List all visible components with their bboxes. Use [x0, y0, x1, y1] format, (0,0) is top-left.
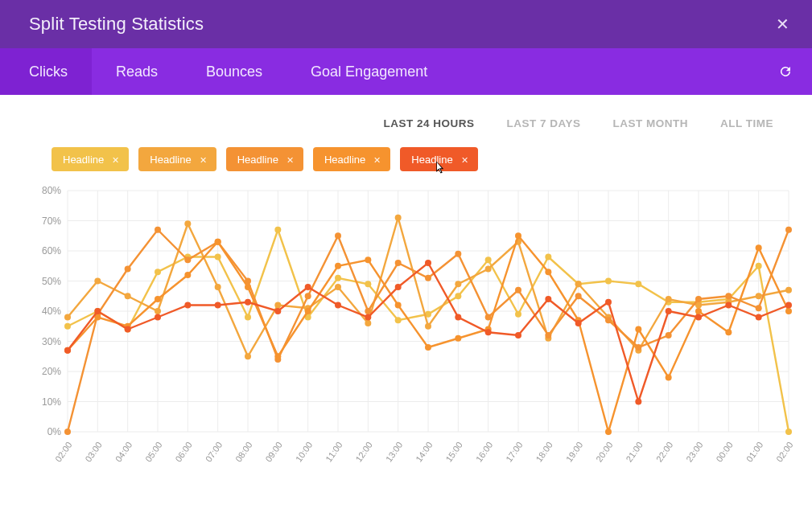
- svg-point-130: [425, 275, 431, 281]
- svg-point-121: [155, 227, 161, 233]
- svg-text:03:00: 03:00: [83, 440, 104, 463]
- svg-point-154: [395, 302, 402, 309]
- range-24h[interactable]: LAST 24 HOURS: [383, 117, 474, 129]
- svg-point-155: [425, 344, 431, 351]
- svg-point-153: [365, 256, 371, 263]
- refresh-icon: [778, 64, 793, 79]
- svg-point-127: [335, 232, 341, 239]
- svg-point-180: [425, 260, 431, 266]
- svg-point-139: [695, 296, 702, 302]
- svg-point-136: [605, 317, 612, 323]
- svg-point-177: [335, 302, 341, 309]
- svg-point-181: [455, 314, 461, 321]
- svg-point-94: [94, 278, 101, 285]
- app-window: Split Testing Statistics ✕ Clicks Reads …: [0, 0, 812, 517]
- remove-icon[interactable]: [200, 153, 207, 166]
- svg-point-137: [635, 344, 641, 351]
- svg-point-173: [215, 302, 221, 309]
- svg-text:04:00: 04:00: [113, 440, 134, 463]
- svg-point-126: [305, 293, 311, 299]
- svg-text:01:00: 01:00: [744, 440, 765, 463]
- remove-icon[interactable]: [461, 153, 468, 166]
- svg-point-135: [575, 293, 582, 299]
- close-icon[interactable]: ✕: [773, 10, 793, 39]
- svg-point-185: [575, 320, 582, 326]
- svg-point-79: [395, 317, 402, 323]
- svg-text:23:00: 23:00: [684, 440, 705, 463]
- svg-point-84: [545, 254, 551, 261]
- chart: 0%10%20%30%40%50%60%70%80%02:0003:0004:0…: [19, 186, 793, 475]
- svg-text:11:00: 11:00: [324, 440, 344, 463]
- legend-chip[interactable]: Headline: [313, 147, 390, 171]
- svg-point-138: [666, 332, 672, 339]
- legend-chip-label: Headline: [411, 154, 452, 166]
- svg-point-77: [335, 275, 341, 281]
- svg-point-81: [455, 293, 461, 299]
- svg-point-98: [215, 284, 221, 290]
- remove-icon[interactable]: [112, 153, 119, 166]
- refresh-button[interactable]: [759, 48, 812, 95]
- svg-point-74: [245, 314, 251, 321]
- svg-point-167: [785, 308, 792, 314]
- svg-point-175: [274, 308, 281, 314]
- svg-point-117: [785, 287, 792, 293]
- legend-chip[interactable]: Headline: [400, 147, 477, 171]
- svg-point-140: [725, 293, 732, 299]
- svg-text:16:00: 16:00: [474, 440, 495, 463]
- svg-point-183: [515, 332, 521, 339]
- svg-point-82: [485, 256, 492, 263]
- svg-point-171: [155, 314, 161, 321]
- remove-icon[interactable]: [286, 153, 294, 166]
- svg-point-96: [155, 308, 161, 314]
- svg-point-190: [725, 302, 732, 309]
- svg-point-161: [605, 429, 612, 435]
- svg-text:10%: 10%: [42, 396, 61, 408]
- tab-reads[interactable]: Reads: [92, 48, 182, 95]
- svg-point-179: [395, 284, 402, 290]
- svg-point-87: [635, 281, 641, 287]
- svg-point-182: [485, 329, 492, 335]
- svg-point-156: [455, 335, 461, 342]
- range-all[interactable]: ALL TIME: [720, 117, 773, 129]
- svg-point-158: [515, 232, 521, 239]
- svg-point-103: [365, 320, 371, 326]
- svg-point-151: [305, 308, 311, 314]
- tab-clicks[interactable]: Clicks: [0, 48, 92, 95]
- legend-chip-label: Headline: [150, 154, 191, 166]
- svg-point-129: [395, 260, 402, 266]
- svg-point-113: [666, 296, 672, 302]
- legend-chip[interactable]: Headline: [52, 147, 129, 171]
- legend-chip-label: Headline: [63, 154, 104, 166]
- svg-text:60%: 60%: [42, 245, 61, 256]
- line-chart-svg: 0%10%20%30%40%50%60%70%80%02:0003:0004:0…: [24, 186, 797, 475]
- svg-point-91: [756, 263, 762, 269]
- legend-chip[interactable]: Headline: [226, 147, 303, 171]
- range-month[interactable]: LAST MONTH: [613, 117, 689, 129]
- svg-point-97: [184, 220, 191, 227]
- svg-point-172: [184, 302, 191, 309]
- svg-text:20:00: 20:00: [594, 440, 615, 463]
- svg-point-133: [515, 287, 521, 293]
- svg-point-102: [335, 284, 341, 290]
- svg-point-134: [545, 332, 551, 339]
- svg-point-83: [515, 311, 521, 318]
- svg-text:0%: 0%: [47, 426, 62, 437]
- legend-chip[interactable]: Headline: [138, 147, 216, 171]
- svg-point-116: [756, 293, 762, 299]
- svg-point-152: [335, 263, 341, 269]
- tab-label: Clicks: [29, 64, 68, 80]
- tabbar: Clicks Reads Bounces Goal Engagement: [0, 48, 812, 95]
- svg-text:07:00: 07:00: [204, 440, 225, 463]
- svg-point-71: [155, 269, 161, 275]
- svg-text:14:00: 14:00: [414, 440, 435, 463]
- svg-point-93: [64, 314, 71, 321]
- range-7d[interactable]: LAST 7 DAYS: [506, 117, 580, 129]
- remove-icon[interactable]: [373, 153, 381, 166]
- svg-point-104: [395, 215, 402, 221]
- svg-point-176: [305, 284, 311, 290]
- svg-point-163: [666, 375, 672, 381]
- svg-text:10:00: 10:00: [294, 440, 315, 463]
- svg-point-120: [125, 266, 131, 273]
- tab-goal-engagement[interactable]: Goal Engagement: [286, 48, 461, 95]
- tab-bounces[interactable]: Bounces: [182, 48, 286, 95]
